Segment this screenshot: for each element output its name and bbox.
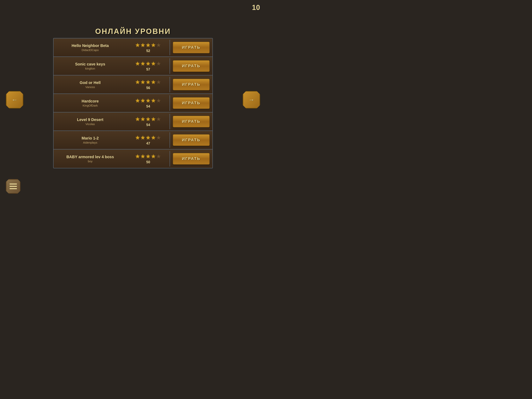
page-title: ОНЛАЙН УРОВНИ — [53, 27, 213, 36]
play-button-3[interactable]: ИГРАТЬ — [173, 97, 210, 109]
star-half-icon: ★ — [151, 116, 156, 122]
star-filled-icon: ★ — [135, 135, 140, 141]
level-row: Sonic cave keys kinglion ★★★★★ 57 ИГРАТЬ — [54, 57, 212, 75]
star-half-icon: ★ — [151, 135, 156, 141]
level-info: Sonic cave keys kinglion — [54, 60, 127, 72]
prev-button[interactable]: ← — [6, 91, 23, 109]
level-author: Vicolas — [57, 122, 123, 126]
stars-display: ★★★★★ — [129, 42, 168, 49]
rating-count: 56 — [129, 86, 168, 90]
rating-count: 54 — [129, 104, 168, 109]
star-filled-icon: ★ — [146, 153, 151, 159]
star-filled-icon: ★ — [146, 98, 151, 104]
menu-line-2 — [10, 186, 17, 187]
star-filled-icon: ★ — [140, 116, 146, 122]
star-half-icon: ★ — [151, 98, 156, 104]
star-empty-icon: ★ — [156, 135, 161, 141]
stars-display: ★★★★★ — [129, 79, 168, 85]
star-half-icon: ★ — [151, 61, 156, 67]
star-empty-icon: ★ — [156, 42, 161, 48]
menu-line-1 — [10, 184, 17, 185]
level-rating: ★★★★★ 54 — [127, 115, 170, 128]
star-filled-icon: ★ — [146, 135, 151, 141]
level-author: DidacElCapo — [57, 48, 123, 52]
star-filled-icon: ★ — [135, 61, 140, 67]
play-btn-cell: ИГРАТЬ — [170, 95, 212, 111]
level-rating: ★★★★★ 54 — [127, 97, 170, 109]
play-button-4[interactable]: ИГРАТЬ — [173, 116, 210, 127]
level-author: boy — [57, 160, 123, 163]
level-author: Vanoss — [57, 85, 123, 89]
level-rating: ★★★★★ 52 — [127, 41, 170, 54]
prev-arrow-icon: ← — [12, 96, 18, 103]
level-info: Mario 1-2 Aidenplays — [54, 135, 127, 146]
level-name: Mario 1-2 — [57, 136, 123, 141]
level-row: Hello Neighbor Beta DidacElCapo ★★★★★ 52… — [54, 38, 212, 57]
play-btn-cell: ИГРАТЬ — [170, 77, 212, 92]
star-filled-icon: ★ — [135, 116, 140, 122]
level-info: Level 9 Desert Vicolas — [54, 116, 127, 127]
star-filled-icon: ★ — [140, 135, 146, 141]
level-name: Hello Neighbor Beta — [57, 44, 123, 48]
rating-count: 57 — [129, 67, 168, 71]
play-button-1[interactable]: ИГРАТЬ — [173, 60, 210, 72]
play-btn-cell: ИГРАТЬ — [170, 58, 212, 74]
star-half-icon: ★ — [151, 79, 156, 85]
level-row: Hardcore KingOfDark ★★★★★ 54 ИГРАТЬ — [54, 94, 212, 112]
level-name: Hardcore — [57, 99, 123, 103]
level-info: God or Hell Vanoss — [54, 79, 127, 90]
star-empty-icon: ★ — [156, 116, 161, 122]
menu-line-3 — [10, 188, 17, 189]
levels-table: Hello Neighbor Beta DidacElCapo ★★★★★ 52… — [53, 38, 213, 168]
level-name: BABY armored lev 4 boss — [57, 155, 123, 159]
star-filled-icon: ★ — [140, 61, 146, 67]
play-btn-cell: ИГРАТЬ — [170, 114, 212, 129]
play-button-6[interactable]: ИГРАТЬ — [173, 153, 210, 165]
stars-display: ★★★★★ — [129, 116, 168, 122]
star-filled-icon: ★ — [140, 79, 146, 85]
score-display: 10 — [252, 4, 260, 12]
level-info: Hardcore KingOfDark — [54, 97, 127, 109]
stars-display: ★★★★★ — [129, 153, 168, 160]
stars-display: ★★★★★ — [129, 135, 168, 141]
next-button[interactable]: → — [243, 91, 260, 109]
level-name: Level 9 Desert — [57, 117, 123, 122]
star-empty-icon: ★ — [156, 98, 161, 104]
star-filled-icon: ★ — [146, 116, 151, 122]
play-button-2[interactable]: ИГРАТЬ — [173, 79, 210, 90]
level-row: Mario 1-2 Aidenplays ★★★★★ 47 ИГРАТЬ — [54, 131, 212, 149]
level-info: BABY armored lev 4 boss boy — [54, 153, 127, 164]
main-content: ОНЛАЙН УРОВНИ Hello Neighbor Beta DidacE… — [53, 27, 213, 168]
rating-count: 47 — [129, 142, 168, 146]
star-filled-icon: ★ — [151, 42, 156, 48]
play-button-0[interactable]: ИГРАТЬ — [173, 42, 210, 53]
star-empty-icon: ★ — [156, 61, 161, 67]
play-button-5[interactable]: ИГРАТЬ — [173, 134, 210, 146]
menu-button[interactable] — [6, 179, 20, 194]
level-author: kinglion — [57, 67, 123, 70]
level-author: Aidenplays — [57, 141, 123, 144]
play-btn-cell: ИГРАТЬ — [170, 40, 212, 55]
star-filled-icon: ★ — [135, 42, 140, 48]
play-btn-cell: ИГРАТЬ — [170, 132, 212, 148]
star-filled-icon: ★ — [146, 42, 151, 48]
level-row: BABY armored lev 4 boss boy ★★★★★ 50 ИГР… — [54, 149, 212, 168]
star-filled-icon: ★ — [140, 98, 146, 104]
star-filled-icon: ★ — [151, 153, 156, 159]
star-filled-icon: ★ — [146, 61, 151, 67]
play-btn-cell: ИГРАТЬ — [170, 151, 212, 167]
star-filled-icon: ★ — [140, 42, 146, 48]
rating-count: 52 — [129, 49, 168, 53]
level-rating: ★★★★★ 50 — [127, 152, 170, 165]
level-name: Sonic cave keys — [57, 62, 123, 66]
stars-display: ★★★★★ — [129, 97, 168, 104]
star-filled-icon: ★ — [135, 98, 140, 104]
star-empty-icon: ★ — [156, 79, 161, 85]
level-rating: ★★★★★ 47 — [127, 134, 170, 146]
star-filled-icon: ★ — [135, 153, 140, 159]
rating-count: 54 — [129, 123, 168, 127]
stars-display: ★★★★★ — [129, 60, 168, 67]
star-filled-icon: ★ — [140, 153, 146, 159]
star-filled-icon: ★ — [135, 79, 140, 85]
level-rating: ★★★★★ 57 — [127, 60, 170, 72]
